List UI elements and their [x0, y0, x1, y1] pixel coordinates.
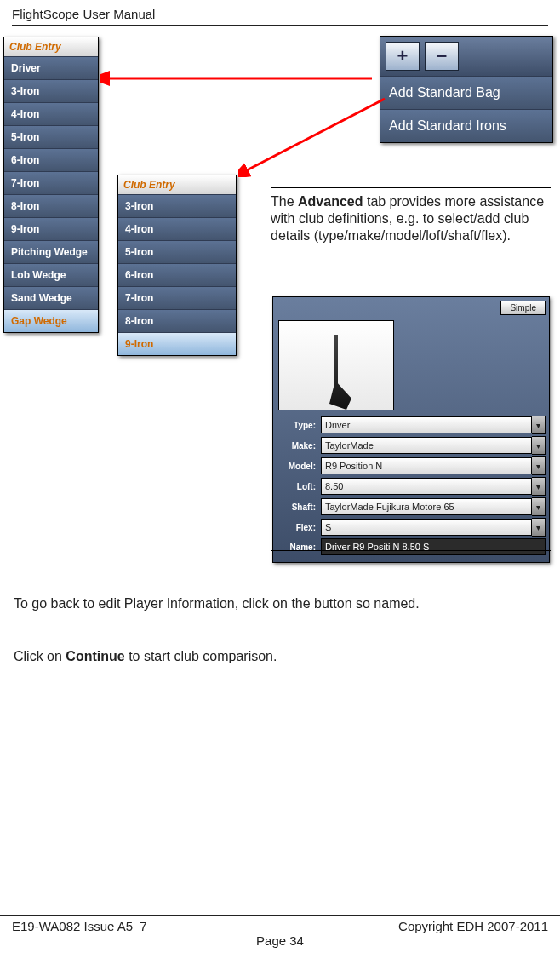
footer-left: E19-WA082 Issue A5_7 [12, 919, 147, 933]
make-value[interactable]: TaylorMade [321, 437, 532, 454]
field-row-name: Name: Driver R9 Positi N 8.50 S [277, 538, 546, 555]
field-row-shaft: Shaft: TaylorMade Fujikura Motore 65 ▾ [277, 497, 546, 516]
model-value[interactable]: R9 Position N [321, 457, 532, 474]
flex-label: Flex: [277, 523, 321, 532]
make-label: Make: [277, 441, 321, 451]
club-thumbnail [278, 320, 394, 410]
field-row-make: Make: TaylorMade ▾ [277, 436, 546, 455]
club-entry-title: Club Entry [9, 41, 61, 53]
club-item[interactable]: Gap Wedge [4, 309, 98, 332]
shaft-value[interactable]: TaylorMade Fujikura Motore 65 [321, 498, 532, 515]
svg-line-1 [243, 99, 385, 172]
make-dropdown-icon[interactable]: ▾ [532, 436, 546, 455]
flex-dropdown-icon[interactable]: ▾ [532, 518, 546, 537]
loft-dropdown-icon[interactable]: ▾ [532, 477, 546, 496]
club-item[interactable]: 8-Iron [4, 194, 98, 217]
adv-text-pre: The [271, 194, 298, 209]
add-club-panel: + − Add Standard Bag Add Standard Irons [380, 36, 553, 143]
field-row-type: Type: Driver ▾ [277, 416, 546, 434]
add-remove-row: + − [380, 37, 552, 76]
body2-post: to start club comparison. [125, 649, 277, 663]
loft-value[interactable]: 8.50 [321, 478, 532, 495]
body2-pre: Click on [14, 649, 66, 663]
minus-icon[interactable]: − [425, 42, 459, 71]
plus-icon[interactable]: + [386, 42, 420, 71]
club-item[interactable]: 7-Iron [4, 171, 98, 194]
name-value[interactable]: Driver R9 Positi N 8.50 S [321, 538, 546, 555]
advanced-panel: Simple Type: Driver ▾ Make: TaylorMade ▾… [272, 296, 550, 563]
body-text-1: To go back to edit Player Information, c… [14, 594, 541, 613]
shaft-dropdown-icon[interactable]: ▾ [532, 497, 546, 516]
field-row-model: Model: R9 Position N ▾ [277, 456, 546, 475]
club-item[interactable]: Driver [4, 56, 98, 79]
add-standard-irons-option[interactable]: Add Standard Irons [380, 109, 552, 142]
adv-bottom-rule [271, 550, 551, 551]
club-item[interactable]: 4-Iron [118, 217, 236, 240]
type-dropdown-icon[interactable]: ▾ [532, 416, 546, 434]
footer-page: Page 34 [12, 933, 548, 948]
driver-icon [319, 335, 353, 410]
field-row-flex: Flex: S ▾ [277, 518, 546, 537]
club-item[interactable]: 9-Iron [118, 332, 236, 355]
field-row-loft: Loft: 8.50 ▾ [277, 477, 546, 496]
body-text-2: Click on Continue to start club comparis… [14, 647, 541, 666]
club-item[interactable]: 8-Iron [118, 309, 236, 332]
adv-text-bold: Advanced [298, 194, 363, 209]
head-rule [12, 25, 548, 26]
shaft-label: Shaft: [277, 502, 321, 512]
footer-right: Copyright EDH 2007-2011 [398, 919, 548, 933]
type-value[interactable]: Driver [321, 416, 532, 433]
club-item[interactable]: Lob Wedge [4, 263, 98, 286]
club-item[interactable]: 4-Iron [4, 102, 98, 125]
club-item[interactable]: Pitching Wedge [4, 240, 98, 263]
model-dropdown-icon[interactable]: ▾ [532, 456, 546, 475]
running-head: FlightScope User Manual [12, 7, 548, 21]
club-entry-header: Club Entry [4, 37, 98, 56]
flex-value[interactable]: S [321, 519, 532, 536]
arrow-red-diag [238, 95, 391, 177]
club-item[interactable]: 5-Iron [118, 240, 236, 263]
club-item[interactable]: Sand Wedge [4, 286, 98, 309]
advanced-description: The Advanced tab provides more assistanc… [271, 187, 551, 244]
simple-mode-button[interactable]: Simple [500, 301, 546, 315]
type-label: Type: [277, 421, 321, 430]
club-entry-list-irons: Club Entry 3-Iron4-Iron5-Iron6-Iron7-Iro… [117, 175, 237, 356]
page-footer: E19-WA082 Issue A5_7 Copyright EDH 2007-… [0, 915, 560, 948]
body2-bold: Continue [66, 649, 124, 663]
club-entry-list-full: Club Entry Driver3-Iron4-Iron5-Iron6-Iro… [3, 37, 99, 333]
arrow-red-top [100, 66, 377, 92]
club-entry-title: Club Entry [123, 179, 175, 191]
club-item[interactable]: 3-Iron [4, 79, 98, 102]
club-item[interactable]: 3-Iron [118, 194, 236, 217]
club-item[interactable]: 5-Iron [4, 125, 98, 148]
loft-label: Loft: [277, 482, 321, 491]
club-item[interactable]: 6-Iron [4, 148, 98, 171]
advanced-fields: Type: Driver ▾ Make: TaylorMade ▾ Model:… [273, 416, 549, 562]
club-entry-header: Club Entry [118, 175, 236, 194]
club-item[interactable]: 6-Iron [118, 263, 236, 286]
mode-row: Simple [273, 297, 549, 317]
club-item[interactable]: 9-Iron [4, 217, 98, 240]
club-item[interactable]: 7-Iron [118, 286, 236, 309]
add-standard-bag-option[interactable]: Add Standard Bag [380, 76, 552, 109]
model-label: Model: [277, 462, 321, 471]
